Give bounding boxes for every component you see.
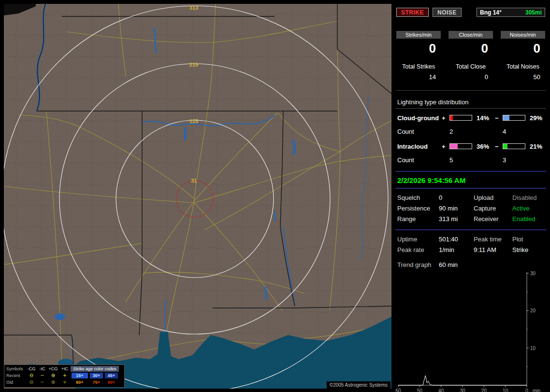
total-strikes-value: 14 <box>396 73 441 81</box>
peak-rate-label: Peak rate <box>397 246 439 253</box>
svg-text:40: 40 <box>438 388 444 392</box>
svg-text:30: 30 <box>460 388 465 392</box>
divider <box>395 229 546 230</box>
svg-text:10: 10 <box>530 346 536 351</box>
strikes-per-min-value: 0 <box>396 41 441 56</box>
minus-sign: − <box>495 114 503 122</box>
legend-col-pos-ic: +IC <box>59 366 71 371</box>
neg-ic-old-icon: − <box>37 379 47 385</box>
cg-plus-count: 2 <box>449 128 474 135</box>
status-panel: STRIKE NOISE Bng 14° 305mi Strikes/min 0… <box>395 4 546 389</box>
divider <box>395 90 546 91</box>
pos-ic-old-icon: + <box>59 379 71 385</box>
distribution-title: Lightning type distribution <box>395 98 546 109</box>
ic-minus-pct: 21% <box>527 143 544 150</box>
noise-mode-button[interactable]: NOISE <box>433 8 462 17</box>
svg-text:50: 50 <box>417 388 423 392</box>
copyright-text: ©2005 Astrogenic Systems <box>327 381 391 389</box>
age-code-15: 15+ <box>72 373 88 378</box>
cg-minus-count: 4 <box>503 128 527 135</box>
total-close-label: Total Close <box>449 63 493 70</box>
ic-plus-bar <box>449 143 472 149</box>
strike-mode-button[interactable]: STRIKE <box>396 8 429 17</box>
bearing-distance: 305mi <box>525 9 542 16</box>
age-code-75: 75+ <box>90 379 103 385</box>
neg-cg-recent-icon: ⊖ <box>26 373 37 378</box>
plus-sign: + <box>442 114 449 122</box>
map-legend: Symbols -CG -IC +CG +IC Strike age color… <box>4 364 125 388</box>
rate-counters: Strikes/min 0 Close/min 0 Noises/min 0 <box>395 31 546 56</box>
squelch-label: Squelch <box>397 194 439 201</box>
legend-col-neg-cg: -CG <box>26 366 37 371</box>
stats-grid: Uptime 501:40 Peak time Plot Peak rate 1… <box>395 236 546 253</box>
range-ring-label: 125 <box>189 118 198 124</box>
mode-toolbar: STRIKE NOISE Bng 14° 305mi <box>395 4 546 17</box>
total-strikes-label: Total Strikes <box>396 63 441 70</box>
pos-ic-recent-icon: + <box>59 373 71 378</box>
intracloud-label: Intracloud <box>397 143 442 150</box>
cg-minus-bar-fill <box>503 115 509 120</box>
ic-minus-bar-fill <box>503 144 507 149</box>
legend-old-label: Old <box>5 380 26 385</box>
intracloud-count-row: Count 5 3 <box>395 155 546 164</box>
age-code-60: 60+ <box>72 379 88 385</box>
totals-row: Total Strikes 14 Total Close 0 Total Noi… <box>395 63 546 81</box>
map-container: 313 219 125 31 Symbols -CG -IC +CG +IC S… <box>4 4 391 389</box>
total-noises-value: 50 <box>501 73 545 81</box>
ic-minus-count: 3 <box>503 156 527 164</box>
legend-col-neg-ic: -IC <box>37 366 47 371</box>
legend-col-pos-cg: +CG <box>47 366 59 371</box>
ic-plus-pct: 36% <box>474 143 495 150</box>
divider <box>395 188 546 189</box>
upload-label: Upload <box>474 194 512 201</box>
strikes-per-min-label: Strikes/min <box>396 31 441 39</box>
bearing-value: Bng 14° <box>480 9 502 16</box>
uptime-value: 501:40 <box>439 236 474 243</box>
age-code-90: 90+ <box>105 379 118 385</box>
trend-graph-value: 60 min <box>439 261 546 268</box>
legend-age-header: Strike age color codes <box>71 366 119 372</box>
map-view[interactable]: 313 219 125 31 <box>4 4 391 389</box>
total-noises-label: Total Noises <box>501 63 545 70</box>
pos-cg-old-icon: ⊕ <box>47 379 59 385</box>
capture-label: Capture <box>474 205 512 212</box>
peak-time-label: Peak time <box>474 236 512 243</box>
cg-plus-pct: 14% <box>474 114 495 122</box>
peak-time-value: 9:11 AM <box>474 246 512 253</box>
pos-cg-recent-icon: ⊕ <box>47 373 59 378</box>
range-ring-label: 313 <box>189 5 198 11</box>
svg-text:min: min <box>533 388 540 392</box>
ic-plus-bar-fill <box>450 144 458 149</box>
receiver-label: Receiver <box>474 215 512 223</box>
trend-graph-row: Trend graph 60 min <box>395 261 546 268</box>
range-label: Range <box>397 215 439 223</box>
range-ring-label: 31 <box>191 178 197 183</box>
age-code-45: 45+ <box>105 373 118 378</box>
uptime-label: Uptime <box>397 236 439 243</box>
svg-text:20: 20 <box>481 388 487 392</box>
age-code-30: 30+ <box>90 373 103 378</box>
cg-plus-bar-fill <box>450 115 453 120</box>
legend-old-row: Old ⊖ − ⊕ + 60+ 75+ 90+ <box>5 379 123 386</box>
cloud-ground-row: Cloud-ground + 14% − 29% <box>395 113 546 122</box>
persistence-label: Persistence <box>397 205 439 212</box>
cg-plus-bar <box>449 115 472 121</box>
cloud-ground-label: Cloud-ground <box>397 114 442 122</box>
minus-sign: − <box>495 143 503 150</box>
receiver-status: Enabled <box>512 215 546 223</box>
legend-symbols-label: Symbols <box>5 366 26 371</box>
cg-minus-bar <box>503 115 525 121</box>
svg-text:30: 30 <box>530 271 536 276</box>
current-datetime: 2/2/2026 9:54:56 AM <box>395 172 546 188</box>
trend-chart: 1020306050403020100min <box>395 270 546 392</box>
svg-text:60: 60 <box>395 388 401 392</box>
squelch-value: 0 <box>439 194 474 201</box>
ic-minus-bar <box>503 143 525 149</box>
count-label: Count <box>397 128 442 135</box>
total-close-value: 0 <box>449 73 493 81</box>
cloud-ground-count-row: Count 2 4 <box>395 127 546 136</box>
persistence-value: 90 min <box>439 205 474 212</box>
svg-text:20: 20 <box>530 308 536 313</box>
close-per-min-label: Close/min <box>449 31 493 39</box>
range-value: 313 mi <box>439 215 474 223</box>
